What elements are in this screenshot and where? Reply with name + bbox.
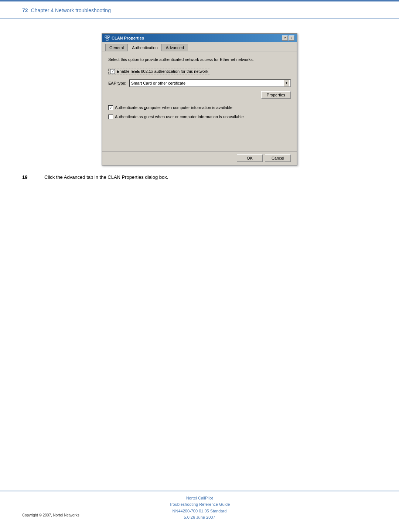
svg-rect-0 xyxy=(105,36,107,37)
enable-ieee-checkbox[interactable] xyxy=(110,69,115,74)
tab-authentication[interactable]: Authentication xyxy=(128,44,162,51)
page-header: 72 Chapter 4 Network troubleshooting xyxy=(22,7,377,13)
authenticate-computer-checkbox[interactable] xyxy=(108,105,113,110)
title-bar: CLAN Properties ? × xyxy=(102,34,297,42)
description-text: Select this option to provide authentica… xyxy=(108,57,291,63)
enable-ieee-row: Enable IEEE 802.1x authentication for th… xyxy=(108,68,291,75)
cancel-button[interactable]: Cancel xyxy=(265,154,291,162)
properties-button[interactable]: Properties xyxy=(261,91,291,99)
clan-properties-dialog: CLAN Properties ? × General Authenticati… xyxy=(102,33,297,166)
page-footer: Nortel CallPilot Troubleshooting Referen… xyxy=(0,491,399,521)
dialog-footer: OK Cancel xyxy=(102,151,297,165)
close-button[interactable]: × xyxy=(289,35,294,41)
step-row: 19 Click the Advanced tab in the CLAN Pr… xyxy=(22,174,377,180)
help-button[interactable]: ? xyxy=(282,35,288,41)
tab-strip: General Authentication Advanced xyxy=(102,42,297,51)
footer-line2: Troubleshooting Reference Guide xyxy=(0,501,399,508)
step-text: Click the Advanced tab in the CLAN Prope… xyxy=(44,174,168,180)
authenticate-guest-checkbox[interactable] xyxy=(108,115,113,119)
chapter-title: Chapter 4 Network troubleshooting xyxy=(31,7,111,13)
eap-type-value: Smart Card or other certificate xyxy=(131,81,185,85)
dialog-container: CLAN Properties ? × General Authenticati… xyxy=(22,33,377,166)
enable-ieee-dotted-border: Enable IEEE 802.1x authentication for th… xyxy=(108,68,210,75)
tab-general[interactable]: General xyxy=(105,44,128,51)
dialog-title: CLAN Properties xyxy=(112,36,144,40)
footer-line1: Nortel CallPilot xyxy=(0,495,399,502)
authenticate-computer-row: Authenticate as computer when computer i… xyxy=(108,105,291,110)
eap-type-row: EAP type: Smart Card or other certificat… xyxy=(108,79,291,87)
tab-advanced[interactable]: Advanced xyxy=(162,44,188,51)
title-bar-controls: ? × xyxy=(282,35,294,41)
spacer xyxy=(108,124,291,146)
eap-type-dropdown[interactable]: Smart Card or other certificate ▼ xyxy=(129,79,291,87)
chapter-number: 72 xyxy=(22,7,28,13)
content-area: CLAN Properties ? × General Authenticati… xyxy=(22,22,377,180)
step-number: 19 xyxy=(22,174,33,180)
title-bar-left: CLAN Properties xyxy=(105,35,144,41)
authenticate-computer-label: Authenticate as computer when computer i… xyxy=(115,105,232,110)
authenticate-guest-label: Authenticate as guest when user or compu… xyxy=(115,115,244,119)
top-accent-line xyxy=(0,0,399,1)
dialog-body: Select this option to provide authentica… xyxy=(102,51,297,151)
svg-rect-1 xyxy=(108,36,109,37)
network-icon xyxy=(105,35,110,41)
copyright-text: Copyright © 2007, Nortel Networks xyxy=(22,513,79,517)
footer-divider xyxy=(0,491,399,491)
authenticate-guest-row: Authenticate as guest when user or compu… xyxy=(108,115,291,119)
svg-rect-2 xyxy=(106,39,108,40)
enable-ieee-label: Enable IEEE 802.1x authentication for th… xyxy=(117,69,208,74)
dropdown-arrow-icon: ▼ xyxy=(284,80,289,86)
eap-type-label: EAP type: xyxy=(108,81,126,85)
ok-button[interactable]: OK xyxy=(237,154,263,162)
properties-button-row: Properties xyxy=(108,91,291,99)
header-divider xyxy=(0,18,399,18)
